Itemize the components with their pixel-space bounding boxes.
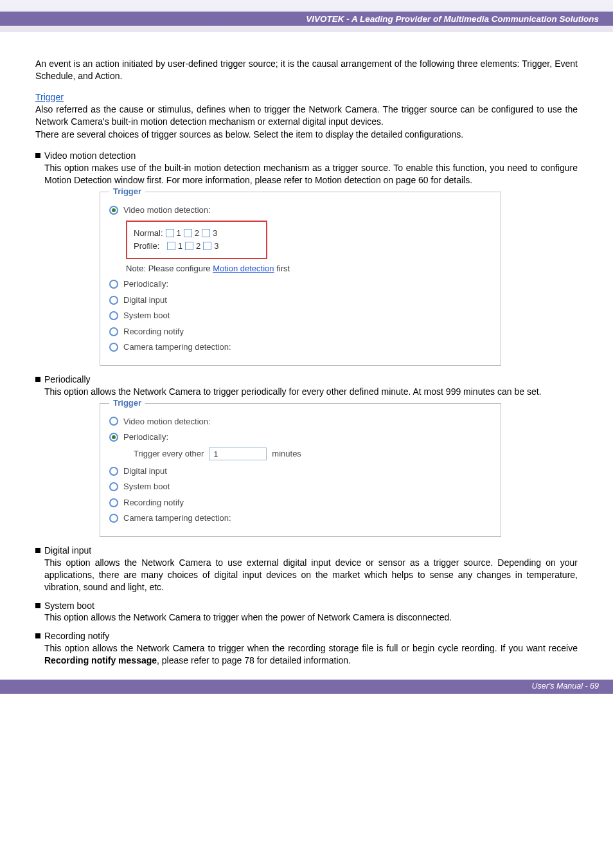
trigger-panel-2: Trigger Video motion detection: Periodic… bbox=[100, 403, 501, 537]
bullet-icon bbox=[35, 633, 40, 638]
panel2-vmd-label: Video motion detection: bbox=[123, 416, 211, 428]
recnotify-bold: Recording notify message bbox=[44, 655, 157, 665]
panel2-radio-vmd[interactable]: Video motion detection: bbox=[109, 416, 492, 428]
every-label: Trigger every other bbox=[134, 448, 204, 460]
bullet-recnotify-desc: This option allows the Network Camera to… bbox=[35, 642, 578, 667]
radio-checked-icon bbox=[109, 206, 118, 215]
checkbox-normal-3[interactable] bbox=[202, 229, 210, 237]
radio-icon bbox=[109, 498, 118, 507]
bullet-periodic-title: Periodically bbox=[44, 374, 578, 386]
panel2-radio-tamper[interactable]: Camera tampering detection: bbox=[109, 512, 492, 524]
every-unit: minutes bbox=[272, 448, 301, 460]
radio-icon bbox=[109, 482, 118, 491]
profile-label: Profile: bbox=[134, 240, 159, 252]
panel1-vmd-label: Video motion detection: bbox=[123, 204, 211, 216]
bullet-icon bbox=[35, 548, 40, 553]
bullet-periodically: Periodically bbox=[35, 374, 578, 386]
p1: 1 bbox=[178, 240, 182, 252]
recnotify-post: , please refer to page 78 for detailed i… bbox=[157, 655, 351, 665]
radio-icon bbox=[109, 327, 118, 336]
recnotify-pre: This option allows the Network Camera to… bbox=[44, 643, 578, 653]
n3: 3 bbox=[213, 228, 217, 239]
bullet-sysboot-desc: This option allows the Network Camera to… bbox=[35, 611, 578, 624]
panel1-radio-vmd[interactable]: Video motion detection: bbox=[109, 204, 492, 216]
panel2-radio-sysboot[interactable]: System boot bbox=[109, 481, 492, 493]
bullet-system-boot: System boot bbox=[35, 600, 578, 612]
panel1-legend: Trigger bbox=[109, 186, 145, 197]
bullet-vmd-title: Video motion detection bbox=[44, 150, 578, 162]
panel2-periodically-label: Periodically: bbox=[123, 431, 168, 443]
p2: 2 bbox=[196, 240, 200, 252]
bullet-vmd-desc: This option makes use of the built-in mo… bbox=[35, 162, 578, 186]
trigger-desc-1: Also referred as the cause or stimulus, … bbox=[35, 104, 578, 128]
radio-icon bbox=[109, 467, 118, 476]
bullet-digital-input: Digital input bbox=[35, 545, 578, 557]
bullet-recording-notify: Recording notify bbox=[35, 630, 578, 642]
bullet-sysboot-title: System boot bbox=[44, 600, 578, 612]
panel1-tamper-label: Camera tampering detection: bbox=[123, 341, 231, 353]
panel2-tamper-label: Camera tampering detection: bbox=[123, 512, 231, 524]
checkbox-profile-2[interactable] bbox=[185, 242, 193, 250]
interval-input[interactable]: 1 bbox=[209, 448, 267, 460]
trigger-desc-2: There are several choices of trigger sou… bbox=[35, 129, 578, 141]
trigger-heading: Trigger bbox=[35, 91, 578, 104]
panel1-digital-label: Digital input bbox=[123, 294, 167, 306]
note-pre: Note: Please configure bbox=[126, 264, 213, 273]
checkbox-profile-1[interactable] bbox=[167, 242, 175, 250]
intro-paragraph: An event is an action initiated by user-… bbox=[35, 58, 578, 82]
bullet-recnotify-title: Recording notify bbox=[44, 630, 578, 642]
radio-icon bbox=[109, 280, 118, 289]
bullet-digital-desc: This option allows the Network Camera to… bbox=[35, 557, 578, 593]
panel1-sysboot-label: System boot bbox=[123, 310, 170, 321]
bullet-video-motion: Video motion detection bbox=[35, 150, 578, 162]
trigger-panel-1: Trigger Video motion detection: Normal: … bbox=[100, 192, 501, 366]
page-footer: User's Manual - 69 bbox=[0, 680, 613, 694]
panel1-radio-digital[interactable]: Digital input bbox=[109, 294, 492, 306]
panel1-recnotify-label: Recording notify bbox=[123, 326, 184, 338]
checkbox-normal-2[interactable] bbox=[184, 229, 192, 237]
radio-icon bbox=[109, 311, 118, 320]
p3: 3 bbox=[214, 240, 218, 252]
highlight-box: Normal: 1 2 3 Profile: 1 2 3 bbox=[126, 221, 267, 259]
panel1-periodically-label: Periodically: bbox=[123, 278, 168, 290]
n1: 1 bbox=[177, 228, 181, 239]
page-content: An event is an action initiated by user-… bbox=[0, 32, 613, 680]
panel2-legend: Trigger bbox=[109, 397, 145, 409]
motion-detection-link[interactable]: Motion detection bbox=[213, 264, 274, 273]
header-brandline: VIVOTEK - A Leading Provider of Multimed… bbox=[306, 14, 599, 24]
bullet-icon bbox=[35, 603, 40, 608]
bullet-icon bbox=[35, 377, 40, 382]
bullet-periodic-desc: This option allows the Network Camera to… bbox=[35, 386, 578, 398]
profile-row: Profile: 1 2 3 bbox=[134, 240, 260, 252]
panel2-digital-label: Digital input bbox=[123, 466, 167, 477]
panel1-note: Note: Please configure Motion detection … bbox=[126, 263, 492, 275]
panel1-radio-recnotify[interactable]: Recording notify bbox=[109, 326, 492, 338]
checkbox-normal-1[interactable] bbox=[166, 229, 174, 237]
radio-icon bbox=[109, 343, 118, 352]
n2: 2 bbox=[195, 228, 199, 239]
bullet-icon bbox=[35, 153, 40, 158]
normal-row: Normal: 1 2 3 bbox=[134, 228, 260, 239]
radio-icon bbox=[109, 296, 118, 305]
checkbox-profile-3[interactable] bbox=[203, 242, 211, 250]
panel1-radio-periodically[interactable]: Periodically: bbox=[109, 278, 492, 290]
note-post: first bbox=[274, 264, 290, 273]
bullet-digital-title: Digital input bbox=[44, 545, 578, 557]
panel2-radio-recnotify[interactable]: Recording notify bbox=[109, 497, 492, 509]
trigger-interval-row: Trigger every other 1 minutes bbox=[134, 448, 492, 460]
radio-icon bbox=[109, 514, 118, 523]
radio-checked-icon bbox=[109, 433, 118, 442]
footer-text: User's Manual - 69 bbox=[531, 682, 599, 691]
normal-label: Normal: bbox=[134, 228, 163, 239]
radio-icon bbox=[109, 417, 118, 426]
header-band: VIVOTEK - A Leading Provider of Multimed… bbox=[0, 0, 613, 32]
panel2-sysboot-label: System boot bbox=[123, 481, 170, 493]
panel2-radio-periodically[interactable]: Periodically: bbox=[109, 431, 492, 443]
panel2-radio-digital[interactable]: Digital input bbox=[109, 466, 492, 477]
panel1-radio-tamper[interactable]: Camera tampering detection: bbox=[109, 341, 492, 353]
panel1-radio-sysboot[interactable]: System boot bbox=[109, 310, 492, 321]
panel2-recnotify-label: Recording notify bbox=[123, 497, 184, 509]
